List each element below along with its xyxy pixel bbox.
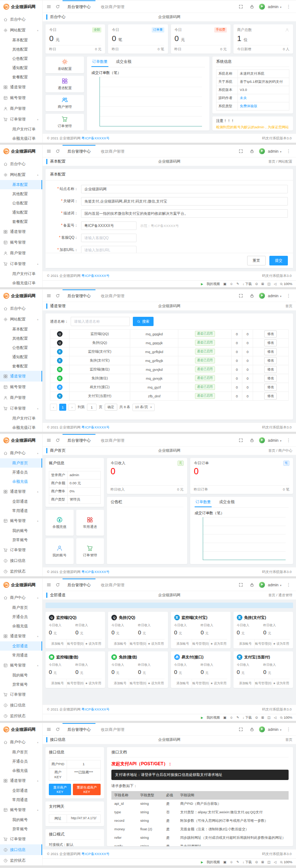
manage-account-link[interactable]: 账号管理(0) [129,640,147,648]
avatar[interactable] [259,582,265,588]
add-account-link[interactable]: 添加账号 [111,679,129,688]
edit-button[interactable]: 修改 [264,366,277,373]
icp-link[interactable]: 粤ICP备XXXXX号 [81,136,110,140]
sidebar-subitem[interactable]: 套餐配置 [0,217,42,226]
sidebar-subitem[interactable]: 常用通道 [0,506,42,515]
sidebar-item[interactable]: 订单管理▲ [0,403,42,414]
set-favorite-link[interactable]: ★ 设为常用 [272,679,290,688]
sidebar-item[interactable]: 通道管理 [0,371,42,382]
sidebar-item[interactable]: 订单管理▲ [0,258,42,269]
sidebar-item[interactable]: 后台中心 [0,159,42,169]
sidebar-subitem[interactable]: 全部通道 [0,641,42,651]
more-icon[interactable]: ⋮ [285,582,292,587]
sidebar-item[interactable]: 监控状态 [0,711,42,721]
sidebar-item[interactable]: 通道管理▲ [0,486,42,497]
sidebar-item[interactable]: 账号管理▲ [0,515,42,526]
sidebar-item[interactable]: 账号管理▲ [0,804,42,815]
fullscreen-icon[interactable] [237,3,245,11]
sidebar-subitem[interactable]: 用户支付订单 [0,125,42,134]
toolbar-icon-t1[interactable]: ⊞ [261,716,264,719]
sidebar-item[interactable]: 订单管理 [0,545,42,555]
add-account-link[interactable]: 添加账号 [49,679,66,688]
sidebar-item[interactable]: 通道管理▲ [0,775,42,786]
sidebar-item[interactable]: 商户中心▲ [0,592,42,603]
avatar[interactable] [259,293,265,299]
capture-label[interactable]: 我的视频 [206,715,220,720]
video-icon[interactable]: ▶ [201,861,203,864]
toolbar-icon-t3[interactable]: ◁ [274,716,276,719]
user-menu[interactable]: admin ▼ [268,727,282,732]
menu-fold-icon[interactable] [45,292,53,300]
more-icon[interactable]: ⋮ [285,149,292,154]
manage-account-link[interactable]: 账号管理(0) [192,679,209,688]
add-account-link[interactable]: 添加账号 [49,640,66,648]
refresh-icon[interactable] [54,292,62,300]
toolbar-icon-1[interactable]: ☺ [230,282,233,286]
toolbar-icon-0[interactable]: ▣ [223,860,226,864]
refresh-icon[interactable] [54,147,62,155]
edit-button[interactable]: 修改 [264,348,277,355]
set-favorite-link[interactable]: ★ 设为常用 [147,640,164,648]
sidebar-subitem[interactable]: 其他配置 [0,334,42,343]
nav-tab-0[interactable]: 后台管理中心 [63,579,95,591]
icp-link[interactable]: 粤ICP备XXXXX号 [81,707,110,711]
sidebar-subitem[interactable]: 常用通道 [0,795,42,804]
sidebar-subitem[interactable]: 用户支付订单 [0,269,42,278]
submit-button[interactable]: 提交 [269,256,288,265]
refresh-icon[interactable] [54,436,62,444]
toolbar-icon-t0[interactable]: ⊙ [255,282,258,286]
nav-tab-1[interactable]: 收款商户管理 [96,434,129,447]
user-menu[interactable]: admin ▼ [268,294,282,298]
shortcut-card[interactable]: 商户管理 [46,95,84,112]
set-favorite-link[interactable]: ★ 设为常用 [147,679,164,688]
lock-icon[interactable] [248,725,256,733]
sidebar-item[interactable]: 网站配置▲ [0,25,42,35]
sidebar-subitem[interactable]: 商户首页 [0,603,42,612]
download-button[interactable]: ↓ 下载 [242,860,252,865]
breadcrumb[interactable]: 首页 / 通道管理 [268,593,292,598]
sidebar-subitem[interactable]: 我的账号 [0,815,42,824]
toolbar-icon-t2[interactable]: ◫ [268,716,271,719]
sidebar-item[interactable]: 通道管理 [0,82,42,92]
sidebar-item[interactable]: 后台中心 [0,303,42,314]
text-input[interactable] [81,234,137,242]
sidebar-subitem[interactable]: 其他配置 [0,45,42,54]
sidebar-subitem[interactable]: 全部通道 [0,786,42,795]
nav-tab-0[interactable]: 后台管理中心 [63,145,95,157]
sidebar-subitem[interactable]: 开通会员 [0,612,42,621]
icp-link[interactable]: 粤ICP备XXXXX号 [81,570,110,574]
toolbar-icon-0[interactable]: ▣ [223,716,226,719]
sidebar-subitem[interactable]: 商户首页 [0,458,42,468]
lock-icon[interactable] [248,292,256,300]
text-input[interactable] [81,209,288,218]
nav-tab-1[interactable]: 收款商户管理 [96,723,129,736]
set-favorite-link[interactable]: ★ 设为常用 [209,640,227,648]
set-favorite-link[interactable]: ★ 设为常用 [272,640,290,648]
sidebar-subitem[interactable]: 通知配置 [0,208,42,217]
download-button[interactable]: ↓ 下载 [242,282,252,286]
sidebar-item[interactable]: 商户中心▲ [0,448,42,458]
menu-fold-icon[interactable] [45,436,53,444]
toolbar-icon-t0[interactable]: ⊙ [255,716,258,719]
icp-link[interactable]: 粤ICP备XXXXX号 [81,852,110,856]
toolbar-icon-t0[interactable]: ⊙ [255,860,258,864]
sidebar-subitem[interactable]: 公告配置 [0,343,42,352]
sidebar-subitem[interactable]: 用户支付订单 [0,414,42,423]
search-input[interactable] [71,317,130,326]
sidebar-item[interactable]: 接口信息 [0,555,42,566]
fullscreen-icon[interactable] [237,147,245,155]
sidebar-subitem[interactable]: 余额充值订单 [0,134,42,143]
shortcut-card[interactable]: 常用通道 [76,510,104,536]
nav-tab-0[interactable]: 后台管理中心 [63,723,95,736]
sidebar-subitem[interactable]: 余额充值 [0,766,42,775]
manage-account-link[interactable]: 账号管理(0) [66,640,84,648]
sidebar-item[interactable]: 账号管理 [0,92,42,103]
sidebar-item[interactable]: 订单管理 [0,689,42,700]
shortcut-card[interactable]: 通道配置 [46,76,84,92]
user-menu[interactable]: admin ▼ [268,4,282,9]
sidebar-subitem[interactable]: 开通会员 [0,468,42,477]
user-menu[interactable]: admin ▼ [268,438,282,443]
tab-amount[interactable]: 成交金额 [115,57,132,67]
show-key-button[interactable]: 显示商户KEY [49,784,71,795]
more-icon[interactable]: ⋮ [285,438,292,443]
